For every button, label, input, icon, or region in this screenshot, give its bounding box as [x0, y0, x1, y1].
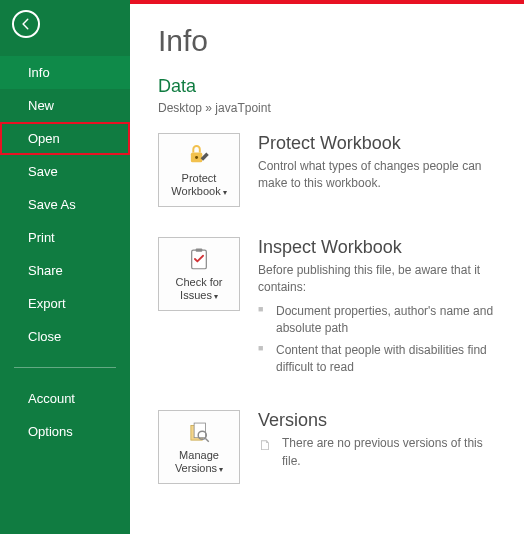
section-desc: Control what types of changes people can… — [258, 158, 496, 193]
document-name: Data — [158, 76, 496, 97]
check-issues-button[interactable]: Check for Issues▾ — [158, 237, 240, 311]
document-stack-icon — [186, 419, 212, 445]
sidebar-item-open[interactable]: Open — [0, 122, 130, 155]
backstage-view: Info New Open Save Save As Print Share E… — [0, 0, 524, 534]
content-pane: Info Data Desktop » javaTpoint Protect W… — [130, 0, 524, 534]
document-icon: 🗋 — [258, 437, 272, 453]
sidebar: Info New Open Save Save As Print Share E… — [0, 0, 130, 534]
section-desc: There are no previous versions of this f… — [282, 435, 496, 470]
breadcrumb: Desktop » javaTpoint — [158, 101, 496, 115]
list-item: Document properties, author's name and a… — [258, 303, 496, 338]
page-title: Info — [158, 24, 496, 58]
chevron-down-icon: ▾ — [219, 465, 223, 474]
top-accent-bar — [130, 0, 524, 4]
section-title: Inspect Workbook — [258, 237, 496, 258]
tile-label: Manage Versions▾ — [159, 449, 239, 475]
sidebar-item-account[interactable]: Account — [0, 382, 130, 415]
sidebar-item-share[interactable]: Share — [0, 254, 130, 287]
section-versions: Manage Versions▾ Versions 🗋 There are no… — [158, 410, 496, 484]
section-protect: Protect Workbook▾ Protect Workbook Contr… — [158, 133, 496, 207]
section-desc: Before publishing this file, be aware th… — [258, 262, 496, 297]
tile-label: Protect Workbook▾ — [159, 172, 239, 198]
sidebar-item-info[interactable]: Info — [0, 56, 130, 89]
sidebar-divider — [14, 367, 116, 368]
sidebar-item-print[interactable]: Print — [0, 221, 130, 254]
clipboard-check-icon — [186, 246, 212, 272]
section-title: Versions — [258, 410, 496, 431]
sidebar-item-save[interactable]: Save — [0, 155, 130, 188]
list-item: Content that people with disabilities fi… — [258, 342, 496, 377]
lock-key-icon — [186, 142, 212, 168]
sidebar-item-new[interactable]: New — [0, 89, 130, 122]
arrow-left-icon — [19, 17, 33, 31]
inspect-bullets: Document properties, author's name and a… — [258, 303, 496, 377]
back-button[interactable] — [12, 10, 40, 38]
chevron-down-icon: ▾ — [214, 292, 218, 301]
section-inspect: Check for Issues▾ Inspect Workbook Befor… — [158, 237, 496, 380]
protect-workbook-button[interactable]: Protect Workbook▾ — [158, 133, 240, 207]
section-title: Protect Workbook — [258, 133, 496, 154]
sidebar-item-saveas[interactable]: Save As — [0, 188, 130, 221]
svg-line-7 — [206, 439, 209, 442]
sidebar-item-close[interactable]: Close — [0, 320, 130, 353]
sidebar-item-options[interactable]: Options — [0, 415, 130, 448]
manage-versions-button[interactable]: Manage Versions▾ — [158, 410, 240, 484]
tile-label: Check for Issues▾ — [159, 276, 239, 302]
svg-rect-3 — [196, 248, 203, 251]
svg-rect-5 — [194, 423, 205, 438]
chevron-down-icon: ▾ — [223, 188, 227, 197]
sidebar-item-export[interactable]: Export — [0, 287, 130, 320]
svg-point-1 — [195, 156, 198, 159]
